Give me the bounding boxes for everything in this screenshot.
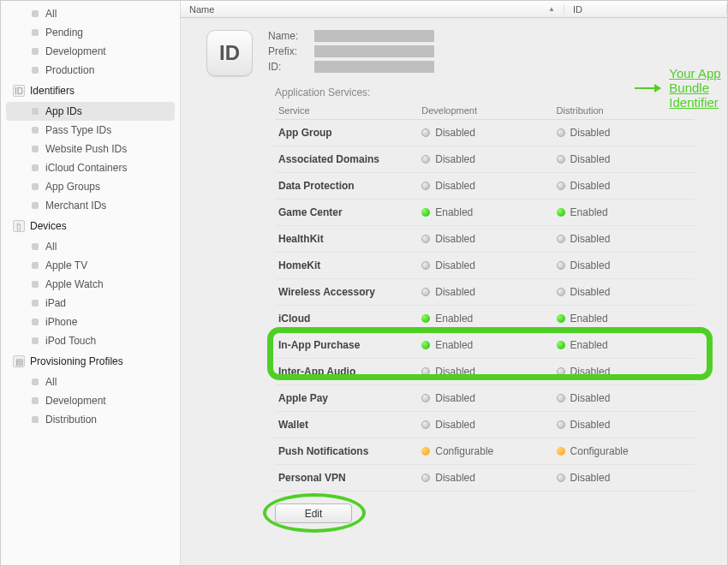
status-text: Disabled bbox=[570, 366, 611, 378]
status-dot-icon bbox=[421, 420, 430, 429]
status-text: Disabled bbox=[435, 366, 475, 378]
prefix-label: Prefix: bbox=[268, 45, 309, 57]
name-label: Name: bbox=[268, 30, 309, 42]
service-row: Wireless AccessoryDisabledDisabled bbox=[275, 279, 695, 306]
bullet-icon bbox=[32, 416, 39, 423]
sidebar-item[interactable]: Development bbox=[1, 42, 180, 61]
status-dot-icon bbox=[421, 208, 430, 217]
sidebar-item[interactable]: iPad bbox=[1, 294, 180, 313]
bullet-icon bbox=[32, 243, 39, 250]
sidebar-header-devices: ▯ Devices bbox=[1, 215, 180, 237]
sidebar-item[interactable]: Website Push IDs bbox=[1, 140, 180, 158]
sidebar-item[interactable]: Distribution bbox=[1, 410, 180, 429]
bullet-icon bbox=[32, 281, 39, 288]
arrow-icon bbox=[635, 87, 660, 89]
status-dot-icon bbox=[421, 182, 430, 190]
status-text: Disabled bbox=[435, 286, 475, 298]
sidebar-item-label: All bbox=[45, 8, 57, 20]
column-name-label: Name bbox=[189, 4, 214, 15]
service-row: Game CenterEnabledEnabled bbox=[275, 200, 695, 226]
sidebar-item-label: Development bbox=[45, 45, 106, 57]
service-name: Apple Pay bbox=[278, 392, 421, 404]
sidebar-header-identifiers: ID Identifiers bbox=[1, 80, 180, 102]
bullet-icon bbox=[32, 10, 39, 17]
status-text: Disabled bbox=[570, 419, 611, 431]
service-dev-status: Enabled bbox=[421, 339, 556, 351]
sidebar-item[interactable]: All bbox=[1, 372, 180, 391]
service-row: iCloudEnabledEnabled bbox=[275, 306, 695, 332]
service-name: HomeKit bbox=[278, 259, 421, 271]
sidebar-item[interactable]: App IDs bbox=[6, 102, 175, 121]
service-name: Wireless Accessory bbox=[278, 286, 421, 298]
sidebar-item-label: Website Push IDs bbox=[45, 143, 127, 155]
service-name: In-App Purchase bbox=[278, 339, 421, 351]
status-text: Disabled bbox=[435, 472, 475, 484]
service-dist-status: Disabled bbox=[557, 419, 691, 431]
service-dist-status: Configurable bbox=[557, 445, 691, 457]
status-dot-icon bbox=[421, 314, 430, 323]
status-text: Disabled bbox=[570, 392, 611, 404]
sidebar-item-label: iPad bbox=[45, 297, 66, 309]
bullet-icon bbox=[32, 108, 39, 115]
bullet-icon bbox=[32, 29, 39, 36]
sidebar-item-label: Production bbox=[45, 64, 94, 76]
column-id[interactable]: ID bbox=[564, 4, 727, 15]
service-dev-status: Disabled bbox=[421, 419, 556, 431]
sidebar-item[interactable]: All bbox=[1, 4, 180, 23]
service-dev-status: Enabled bbox=[421, 206, 556, 218]
sidebar-item[interactable]: Development bbox=[1, 391, 180, 410]
status-dot-icon bbox=[421, 341, 430, 349]
status-dot-icon bbox=[557, 128, 565, 137]
status-dot-icon bbox=[557, 394, 565, 402]
sidebar-item[interactable]: Pass Type IDs bbox=[1, 121, 180, 140]
service-dev-status: Disabled bbox=[421, 366, 556, 378]
service-dist-status: Enabled bbox=[557, 313, 691, 325]
sidebar-item[interactable]: iPhone bbox=[1, 313, 180, 331]
service-dist-status: Enabled bbox=[557, 206, 691, 218]
sidebar-item-label: Development bbox=[45, 395, 106, 407]
sidebar-item[interactable]: Pending bbox=[1, 23, 180, 42]
service-row: HealthKitDisabledDisabled bbox=[275, 226, 695, 253]
service-row: Personal VPNDisabledDisabled bbox=[275, 465, 695, 492]
bullet-icon bbox=[32, 127, 39, 134]
service-dev-status: Disabled bbox=[421, 233, 556, 245]
sidebar-item[interactable]: Apple Watch bbox=[1, 275, 180, 294]
sidebar-item[interactable]: Apple TV bbox=[1, 256, 180, 275]
annotation-bundle-id: Your App Bundle Identifier bbox=[635, 66, 728, 110]
status-text: Disabled bbox=[570, 233, 611, 245]
status-text: Disabled bbox=[435, 259, 475, 271]
column-headers: Name ▲ ID bbox=[181, 1, 727, 18]
service-dist-status: Disabled bbox=[557, 472, 691, 484]
sidebar-item[interactable]: Merchant IDs bbox=[1, 196, 180, 215]
edit-button[interactable]: Edit bbox=[275, 503, 352, 523]
service-dist-status: Disabled bbox=[557, 180, 691, 192]
service-row: WalletDisabledDisabled bbox=[275, 412, 695, 438]
sort-caret-icon: ▲ bbox=[548, 5, 555, 13]
sidebar-item-label: iPod Touch bbox=[45, 335, 96, 347]
sidebar-item-label: Merchant IDs bbox=[45, 200, 106, 212]
sidebar-item[interactable]: All bbox=[1, 237, 180, 256]
service-row: Push NotificationsConfigurableConfigurab… bbox=[275, 438, 695, 465]
status-text: Enabled bbox=[570, 339, 608, 351]
sidebar-item-label: All bbox=[45, 241, 57, 253]
sidebar-item[interactable]: iCloud Containers bbox=[1, 158, 180, 177]
sidebar-item[interactable]: Production bbox=[1, 61, 180, 80]
bullet-icon bbox=[32, 337, 39, 344]
status-dot-icon bbox=[421, 261, 430, 270]
sidebar-item-label: Apple TV bbox=[45, 259, 87, 271]
service-dist-status: Disabled bbox=[557, 286, 691, 298]
service-name: Wallet bbox=[278, 419, 421, 431]
bullet-icon bbox=[32, 164, 39, 171]
sidebar-item[interactable]: iPod Touch bbox=[1, 331, 180, 350]
status-dot-icon bbox=[557, 261, 565, 270]
status-text: Enabled bbox=[435, 206, 473, 218]
status-dot-icon bbox=[557, 474, 565, 482]
sidebar-item-label: Apple Watch bbox=[45, 278, 104, 290]
bullet-icon bbox=[32, 48, 39, 55]
sidebar-item[interactable]: App Groups bbox=[1, 177, 180, 196]
status-text: Disabled bbox=[435, 419, 475, 431]
column-name[interactable]: Name ▲ bbox=[181, 4, 564, 15]
status-dot-icon bbox=[421, 474, 430, 482]
bullet-icon bbox=[32, 183, 39, 190]
profile-icon: ▤ bbox=[13, 355, 25, 367]
